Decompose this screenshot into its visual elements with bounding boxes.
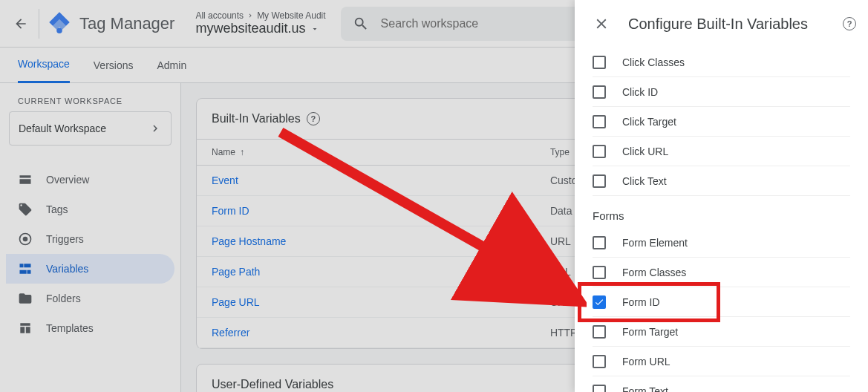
chevron-right-icon: [149, 122, 162, 135]
tab-versions[interactable]: Versions: [94, 48, 134, 83]
sidebar-item-overview[interactable]: Overview: [6, 165, 174, 195]
checkbox-label: Click Target: [622, 116, 676, 128]
sidebar-item-label: Triggers: [46, 233, 84, 245]
sidebar-item-tags[interactable]: Tags: [6, 195, 174, 224]
checkbox-row[interactable]: Click Classes: [593, 48, 850, 77]
tab-admin[interactable]: Admin: [157, 48, 186, 83]
dropdown-icon: [310, 24, 319, 33]
checkbox[interactable]: [593, 385, 606, 392]
help-icon[interactable]: ?: [843, 17, 856, 30]
template-icon: [18, 321, 33, 336]
workspace-selector[interactable]: Default Workspace: [9, 111, 172, 146]
account-selector[interactable]: All accounts My Website Audit mywebsitea…: [195, 10, 325, 36]
checkbox-row[interactable]: Form Text: [593, 376, 850, 392]
checkbox-label: Form Element: [622, 237, 688, 249]
sidebar-item-label: Templates: [46, 322, 94, 334]
breadcrumb-part: All accounts: [195, 10, 244, 21]
checkbox-row[interactable]: Form URL: [593, 347, 850, 376]
card-title: User-Defined Variables: [212, 378, 333, 391]
checkbox[interactable]: [593, 115, 606, 128]
checkbox-row[interactable]: Click Target: [593, 107, 850, 137]
variable-link[interactable]: Page URL: [212, 296, 260, 308]
brick-icon: [18, 261, 33, 276]
tag-icon: [18, 202, 33, 217]
account-name: mywebsiteaudit.us: [195, 21, 305, 36]
app-title: Tag Manager: [79, 14, 174, 33]
close-icon: [593, 16, 610, 32]
checkbox-row[interactable]: Form Target: [593, 317, 850, 347]
folder-icon: [18, 291, 33, 306]
variable-link[interactable]: Event: [212, 174, 238, 186]
checkbox[interactable]: [593, 355, 606, 368]
workspace-label: CURRENT WORKSPACE: [0, 83, 180, 111]
checkbox-row[interactable]: Form Element: [593, 228, 850, 258]
search-icon: [353, 16, 369, 32]
gtm-logo: [48, 11, 71, 36]
arrow-left-icon: [13, 16, 28, 31]
checkbox[interactable]: [593, 85, 606, 99]
breadcrumb-part: My Website Audit: [257, 10, 325, 21]
checkbox-label: Form Classes: [622, 267, 686, 278]
checkbox-row[interactable]: Form Classes: [593, 258, 850, 287]
checkbox[interactable]: [593, 266, 606, 279]
checkbox-row[interactable]: Click ID: [593, 77, 850, 107]
checkbox-label: Form URL: [622, 356, 670, 368]
workspace-name: Default Workspace: [19, 122, 106, 134]
check-icon: [594, 297, 604, 307]
sidebar-item-folders[interactable]: Folders: [6, 284, 174, 313]
svg-point-0: [56, 27, 62, 33]
box-icon: [18, 172, 33, 187]
chevron-right-icon: [247, 12, 254, 19]
checkbox-row[interactable]: Click URL: [593, 137, 850, 166]
target-icon: [18, 232, 33, 246]
checkbox[interactable]: [593, 56, 606, 69]
variable-link[interactable]: Page Path: [212, 266, 260, 278]
sidebar-item-label: Variables: [46, 263, 88, 275]
checkbox-label: Form Text: [622, 385, 668, 392]
checkbox[interactable]: [593, 174, 606, 188]
checkbox[interactable]: [593, 295, 606, 309]
variable-link[interactable]: Form ID: [212, 205, 249, 217]
sidebar-item-label: Folders: [46, 293, 81, 304]
section-heading: Forms: [593, 196, 850, 228]
variable-link[interactable]: Referrer: [212, 327, 249, 339]
panel-title: Configure Built-In Variables: [628, 16, 831, 33]
checkbox-label: Click Classes: [622, 56, 685, 68]
card-title: Built-In Variables: [212, 112, 301, 125]
checkbox-label: Click Text: [622, 175, 667, 187]
sort-asc-icon: ↑: [240, 147, 244, 157]
svg-point-2: [23, 237, 28, 242]
checkbox[interactable]: [593, 145, 606, 158]
divider: [39, 9, 39, 39]
sidebar-item-label: Tags: [46, 203, 68, 215]
config-panel: Configure Built-In Variables ? Click Cla…: [575, 0, 868, 392]
help-icon[interactable]: ?: [307, 112, 320, 125]
checkbox-label: Click URL: [622, 146, 668, 157]
checkbox[interactable]: [593, 325, 606, 339]
back-button[interactable]: [6, 9, 36, 39]
checkbox[interactable]: [593, 236, 606, 249]
checkbox-row[interactable]: Form ID: [593, 287, 850, 317]
variable-link[interactable]: Page Hostname: [212, 235, 286, 247]
checkbox-label: Form Target: [622, 326, 678, 338]
col-name[interactable]: Name↑: [197, 140, 535, 166]
checkbox-label: Click ID: [622, 86, 658, 98]
tab-workspace[interactable]: Workspace: [18, 48, 70, 83]
sidebar-item-label: Overview: [46, 174, 89, 186]
sidebar-item-templates[interactable]: Templates: [6, 313, 174, 343]
sidebar-item-variables[interactable]: Variables: [6, 254, 174, 284]
sidebar-item-triggers[interactable]: Triggers: [6, 224, 174, 254]
checkbox-label: Form ID: [622, 296, 660, 308]
checkbox-row[interactable]: Click Text: [593, 166, 850, 196]
close-button[interactable]: [587, 9, 616, 39]
